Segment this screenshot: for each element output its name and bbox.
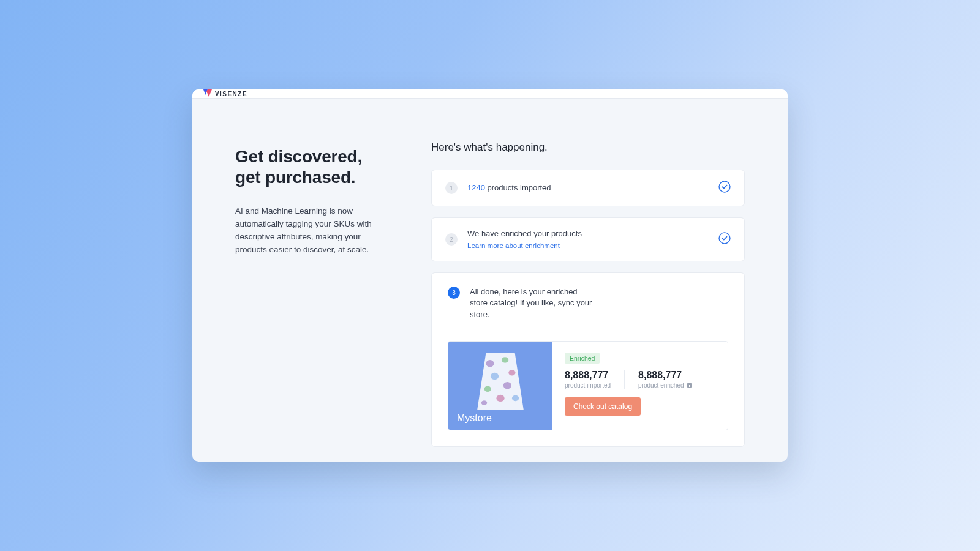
svg-point-4 [508, 370, 515, 375]
status-badge: Enriched [565, 353, 600, 364]
svg-point-5 [491, 372, 499, 379]
step-number-badge: 2 [445, 233, 458, 246]
stat-enriched: 8,888,777 product enriched [624, 370, 706, 389]
svg-point-7 [484, 386, 491, 391]
topbar: ViSENZE [192, 89, 788, 99]
step-text: We have enriched your products [467, 228, 709, 239]
hero-panel: Get discovered, get purchased. AI and Ma… [235, 141, 394, 458]
stat-imported: 8,888,777 product imported [565, 370, 624, 389]
imported-suffix: products imported [485, 183, 551, 192]
brand-logo-mark [203, 89, 212, 98]
stat-label: product imported [565, 382, 611, 389]
store-thumbnail: Mystore [448, 342, 552, 430]
brand-logo-text: ViSENZE [215, 91, 247, 97]
hero-headline: Get discovered, get purchased. [235, 146, 394, 188]
svg-point-6 [503, 381, 511, 388]
step-body: 1240 products imported [467, 182, 709, 193]
step-number-badge: 3 [448, 287, 460, 299]
activity-panel: Here's what's happening. 1 1240 products… [431, 141, 745, 458]
svg-point-0 [719, 181, 730, 192]
svg-rect-13 [689, 384, 690, 384]
step-body: All done, here is your enriched store ca… [470, 287, 728, 320]
svg-point-8 [496, 394, 504, 401]
step-3-header: 3 All done, here is your enriched store … [448, 287, 728, 320]
step-card-3: 3 All done, here is your enriched store … [431, 272, 745, 447]
info-icon[interactable] [687, 383, 692, 388]
product-image-icon [470, 350, 530, 413]
check-out-catalog-button[interactable]: Check out catalog [565, 397, 641, 416]
hero-subtext: AI and Machine Learning is now automatic… [235, 205, 394, 257]
svg-point-2 [486, 360, 494, 367]
step-text: 1240 products imported [467, 182, 709, 193]
store-name: Mystore [457, 413, 492, 424]
svg-point-1 [719, 233, 730, 244]
store-info: Enriched 8,888,777 product imported 8,88… [552, 342, 728, 430]
svg-point-10 [481, 400, 487, 405]
stats-row: 8,888,777 product imported 8,888,777 pro… [565, 370, 715, 389]
brand-logo[interactable]: ViSENZE [203, 89, 247, 98]
svg-point-3 [502, 357, 508, 362]
step-card-1: 1 1240 products imported [431, 170, 745, 206]
step-text: All done, here is your enriched store ca… [470, 287, 592, 320]
activity-title: Here's what's happening. [431, 141, 745, 154]
stat-value: 8,888,777 [638, 370, 692, 381]
learn-more-link[interactable]: Learn more about enrichment [467, 242, 560, 249]
check-circle-icon [718, 232, 731, 247]
main-content: Get discovered, get purchased. AI and Ma… [192, 99, 788, 462]
store-card: Mystore Enriched 8,888,777 product impor… [448, 341, 728, 430]
imported-count: 1240 [467, 183, 485, 192]
app-window: ViSENZE Get discovered, get purchased. A… [192, 89, 788, 462]
step-body: We have enriched your products Learn mor… [467, 228, 709, 250]
step-card-2: 2 We have enriched your products Learn m… [431, 217, 745, 261]
svg-rect-12 [689, 385, 690, 387]
check-circle-icon [718, 181, 731, 195]
svg-point-9 [512, 395, 519, 400]
stat-value: 8,888,777 [565, 370, 611, 381]
step-number-badge: 1 [445, 182, 458, 194]
stat-label: product enriched [638, 382, 692, 389]
